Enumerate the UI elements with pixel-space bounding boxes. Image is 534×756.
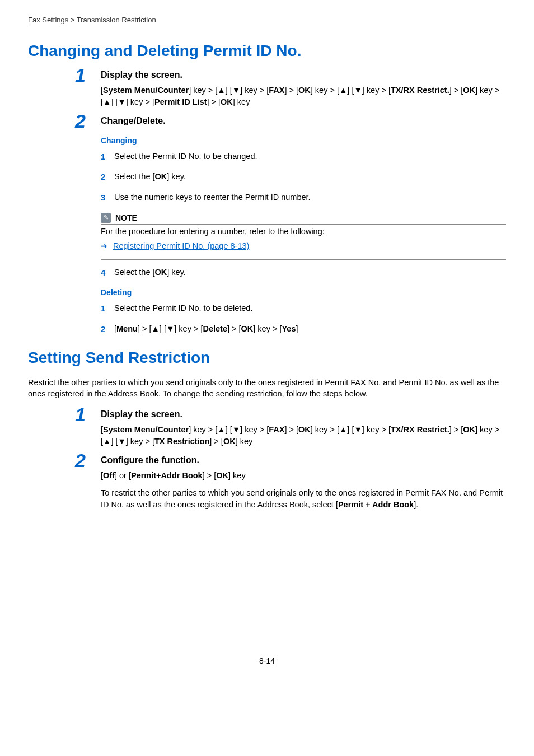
sub-heading-deleting: Deleting <box>101 288 506 297</box>
note-header: ✎ NOTE <box>101 213 506 223</box>
nav-path: [System Menu/Counter] key > [▲] [▼] key … <box>101 85 506 108</box>
step-1: 1 Display the screen. [System Menu/Count… <box>101 70 506 108</box>
step-number-icon: 2 <box>75 110 86 132</box>
description: To restrict the other parties to which y… <box>101 487 506 511</box>
changing-list-cont: 4Select the [OK] key. <box>101 267 506 278</box>
page: Fax Settings > Transmission Restriction … <box>0 0 534 682</box>
list-item: 4Select the [OK] key. <box>101 267 506 278</box>
step-title: Display the screen. <box>101 70 506 80</box>
divider <box>28 26 506 26</box>
step-title: Configure the function. <box>101 455 506 465</box>
note-label: NOTE <box>115 213 137 222</box>
sub-step-number: 2 <box>101 323 105 335</box>
note-divider-bottom <box>101 259 506 260</box>
page-number: 8-14 <box>28 656 506 682</box>
list-item: 2Select the [OK] key. <box>101 171 506 182</box>
sub-step-number: 1 <box>101 302 105 314</box>
step-1: 1 Display the screen. [System Menu/Count… <box>101 409 506 447</box>
sub-heading-changing: Changing <box>101 136 506 145</box>
step-number-icon: 1 <box>75 64 86 86</box>
step-2: 2 Change/Delete. Changing 1Select the Pe… <box>101 116 506 334</box>
changing-list: 1Select the Permit ID No. to be changed.… <box>101 151 506 203</box>
arrow-right-icon: ➔ <box>101 241 107 250</box>
link-registering-permit-id[interactable]: Registering Permit ID No. (page 8-13) <box>113 241 249 250</box>
sub-step-number: 4 <box>101 267 105 278</box>
breadcrumb: Fax Settings > Transmission Restriction <box>28 16 506 24</box>
step-title: Change/Delete. <box>101 116 506 126</box>
intro-text: Restrict the other parties to which you … <box>28 377 506 400</box>
heading-send-restriction: Setting Send Restriction <box>28 349 506 367</box>
step-number-icon: 2 <box>75 450 86 472</box>
sub-step-number: 1 <box>101 151 105 162</box>
list-item: 3Use the numeric keys to reenter the Per… <box>101 192 506 203</box>
sub-step-number: 3 <box>101 192 105 203</box>
option-line: [Off] or [Permit+Addr Book] > [OK] key <box>101 470 506 482</box>
note-icon: ✎ <box>101 213 111 223</box>
list-item: 2[Menu] > [▲] [▼] key > [Delete] > [OK] … <box>101 323 506 334</box>
note-divider-top <box>101 224 506 225</box>
note-text: For the procedure for entering a number,… <box>101 227 506 236</box>
deleting-list: 1Select the Permit ID No. to be deleted.… <box>101 302 506 334</box>
link-row: ➔ Registering Permit ID No. (page 8-13) <box>101 241 506 250</box>
list-item: 1Select the Permit ID No. to be deleted. <box>101 302 506 314</box>
nav-path: [System Menu/Counter] key > [▲] [▼] key … <box>101 424 506 447</box>
step-2: 2 Configure the function. [Off] or [Perm… <box>101 455 506 511</box>
heading-changing-deleting: Changing and Deleting Permit ID No. <box>28 42 506 60</box>
step-number-icon: 1 <box>75 404 86 426</box>
step-title: Display the screen. <box>101 409 506 419</box>
list-item: 1Select the Permit ID No. to be changed. <box>101 151 506 162</box>
sub-step-number: 2 <box>101 171 105 183</box>
